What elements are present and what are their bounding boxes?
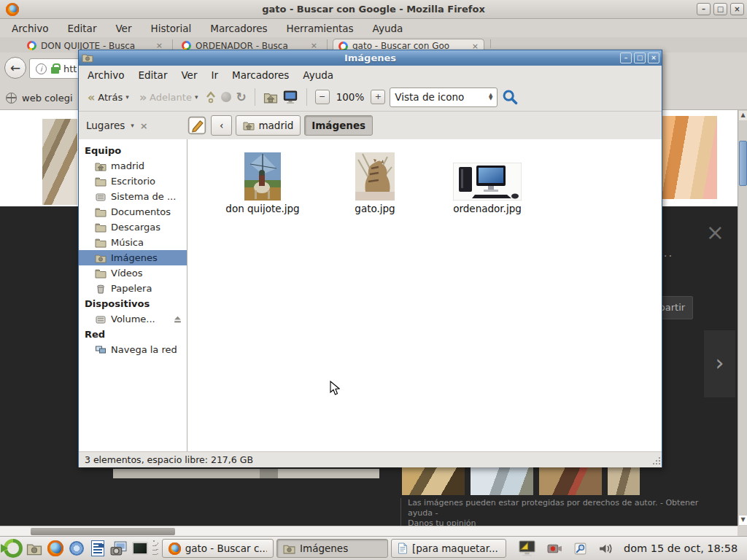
scroll-down-icon[interactable]: ▼ bbox=[739, 516, 747, 525]
sidebar-item-papelera[interactable]: Papelera bbox=[79, 281, 187, 296]
fm-menu-ir[interactable]: Ir bbox=[211, 69, 218, 81]
path-button-madrid[interactable]: madrid bbox=[236, 115, 301, 136]
sidebar-item-madrid[interactable]: madrid bbox=[79, 158, 187, 174]
sidebar-item-navega-la-red[interactable]: Navega la red bbox=[79, 342, 187, 357]
path-scroll-left-button[interactable]: ‹ bbox=[211, 115, 232, 136]
back-nav-button[interactable]: « Atrás ▾ bbox=[85, 88, 132, 106]
bookmark-web-colegio[interactable]: web colegi bbox=[22, 93, 73, 104]
menu-ayuda[interactable]: Ayuda bbox=[373, 23, 403, 34]
sidebar-item-imagenes[interactable]: Imágenes bbox=[79, 250, 187, 265]
volume-icon[interactable] bbox=[598, 542, 615, 555]
fm-menu-marcadores[interactable]: Marcadores bbox=[232, 69, 289, 81]
libreoffice-writer-launcher[interactable] bbox=[87, 538, 108, 559]
sidebar-item-musica[interactable]: Música bbox=[79, 235, 187, 250]
firefox-icon bbox=[47, 540, 63, 556]
task-firefox[interactable]: gato - Buscar c... bbox=[162, 539, 274, 558]
chromium-icon bbox=[69, 541, 84, 556]
file-item-gato[interactable]: gato.jpg bbox=[319, 149, 431, 214]
chevron-down-icon[interactable]: ▾ bbox=[131, 122, 134, 129]
writer-icon bbox=[91, 540, 104, 556]
fm-titlebar[interactable]: Imágenes – □ × bbox=[79, 50, 662, 66]
fm-minimize-button[interactable]: – bbox=[620, 52, 632, 63]
minimize-button[interactable]: – bbox=[697, 3, 711, 15]
horizontal-scroll-thumb[interactable] bbox=[31, 528, 175, 535]
edit-path-button[interactable] bbox=[187, 115, 207, 136]
firefox-launcher[interactable] bbox=[44, 538, 66, 559]
sidebar-item-documentos[interactable]: Documentos bbox=[79, 204, 187, 219]
path-button-imagenes[interactable]: Imágenes bbox=[304, 115, 373, 136]
task-libreoffice-document[interactable]: [para maquetar... bbox=[391, 539, 506, 558]
info-icon[interactable]: i bbox=[36, 63, 47, 74]
chevron-down-icon[interactable]: ▾ bbox=[125, 93, 129, 101]
fm-file-area[interactable]: don quijote.jpg gato.jpg ordenador.jpg bbox=[187, 139, 662, 451]
menu-historial[interactable]: Historial bbox=[150, 23, 191, 34]
file-manager-window: Imágenes – □ × Archivo Editar Ver Ir Mar… bbox=[78, 50, 662, 467]
display-settings-icon[interactable] bbox=[518, 540, 536, 557]
screen-recorder-icon[interactable] bbox=[547, 543, 562, 554]
fm-close-button[interactable]: × bbox=[648, 52, 659, 63]
google-favicon bbox=[27, 41, 36, 50]
close-button[interactable]: × bbox=[730, 3, 744, 15]
maximize-button[interactable]: □ bbox=[713, 3, 727, 15]
task-imagenes[interactable]: Imágenes bbox=[276, 539, 388, 558]
start-menu-button[interactable] bbox=[2, 538, 23, 559]
home-icon[interactable] bbox=[263, 91, 278, 104]
fm-menu-archivo[interactable]: Archivo bbox=[88, 69, 124, 81]
folder-icon bbox=[95, 207, 107, 217]
eject-icon[interactable] bbox=[173, 314, 182, 324]
resize-grip[interactable] bbox=[651, 457, 660, 466]
clock[interactable]: dom 15 de oct, 18:58 bbox=[624, 542, 738, 554]
sidebar-header-equipo: Equipo bbox=[79, 143, 187, 158]
fm-maximize-button[interactable]: □ bbox=[634, 52, 646, 63]
sidebar-item-videos[interactable]: Vídeos bbox=[79, 265, 187, 281]
zoom-out-button[interactable]: − bbox=[315, 90, 330, 104]
images-folder-icon bbox=[283, 543, 295, 554]
file-item-don-quijote[interactable]: don quijote.jpg bbox=[206, 149, 319, 214]
zoom-level: 100% bbox=[336, 91, 365, 103]
terminal-launcher[interactable] bbox=[129, 538, 150, 559]
related-image-thumbnail[interactable] bbox=[402, 466, 465, 495]
fm-menu-editar[interactable]: Editar bbox=[138, 69, 167, 81]
file-item-ordenador[interactable]: ordenador.jpg bbox=[431, 149, 543, 214]
fm-menu-ayuda[interactable]: Ayuda bbox=[303, 69, 333, 81]
fm-toolbar: « Atrás ▾ « Adelante ▾ ↻ − 100% + bbox=[79, 83, 662, 112]
forward-nav-button[interactable]: « Adelante ▾ bbox=[136, 88, 201, 106]
menu-editar[interactable]: Editar bbox=[67, 23, 96, 34]
menu-marcadores[interactable]: Marcadores bbox=[210, 23, 267, 34]
menu-ver[interactable]: Ver bbox=[115, 23, 131, 34]
sidebar-item-volume[interactable]: Volume... bbox=[79, 311, 187, 327]
related-image-thumbnail[interactable] bbox=[471, 466, 533, 495]
related-image-thumbnail[interactable] bbox=[608, 466, 640, 495]
overlay-close-icon[interactable]: × bbox=[706, 219, 724, 245]
related-image-thumbnail[interactable] bbox=[539, 466, 602, 495]
sidebar-item-descargas[interactable]: Descargas bbox=[79, 219, 187, 235]
menu-archivo[interactable]: Archivo bbox=[12, 23, 48, 34]
horizontal-scrollbar[interactable] bbox=[0, 526, 738, 536]
vertical-scrollbar[interactable]: ▲ ▼ bbox=[738, 110, 747, 526]
back-button[interactable]: ← bbox=[4, 57, 26, 79]
screenshot-tool-launcher[interactable] bbox=[108, 538, 129, 559]
scrollbar-thumb[interactable] bbox=[739, 141, 747, 186]
firefox-icon bbox=[169, 542, 181, 555]
reload-icon[interactable]: ↻ bbox=[236, 90, 246, 104]
fm-menu-ver[interactable]: Ver bbox=[181, 69, 197, 81]
taskbar: gato - Buscar c... Imágenes [para maquet… bbox=[0, 536, 747, 560]
desktop-icon[interactable] bbox=[282, 90, 298, 104]
zoom-in-button[interactable]: + bbox=[371, 90, 385, 104]
menu-herramientas[interactable]: Herramientas bbox=[287, 23, 354, 34]
sidebar-item-escritorio[interactable]: Escritorio bbox=[79, 174, 187, 189]
magnifier-tray-icon[interactable] bbox=[573, 542, 587, 556]
chromium-launcher[interactable] bbox=[66, 538, 87, 559]
up-directory-icon[interactable] bbox=[205, 90, 217, 104]
search-icon[interactable] bbox=[502, 89, 518, 105]
firefox-titlebar: gato - Buscar con Google - Mozilla Firef… bbox=[0, 0, 747, 19]
folder-icon bbox=[26, 542, 42, 556]
sidebar-item-sistema[interactable]: Sistema de ... bbox=[79, 189, 187, 204]
next-image-button[interactable]: › bbox=[704, 330, 735, 397]
view-mode-select[interactable]: Vista de icono ▲▼ bbox=[390, 88, 498, 107]
places-label[interactable]: Lugares bbox=[86, 120, 125, 131]
scroll-up-icon[interactable]: ▲ bbox=[739, 111, 747, 120]
desktop: gato - Buscar con Google - Mozilla Firef… bbox=[0, 0, 747, 560]
file-manager-launcher[interactable] bbox=[23, 538, 44, 559]
places-close-icon[interactable]: × bbox=[140, 120, 148, 131]
